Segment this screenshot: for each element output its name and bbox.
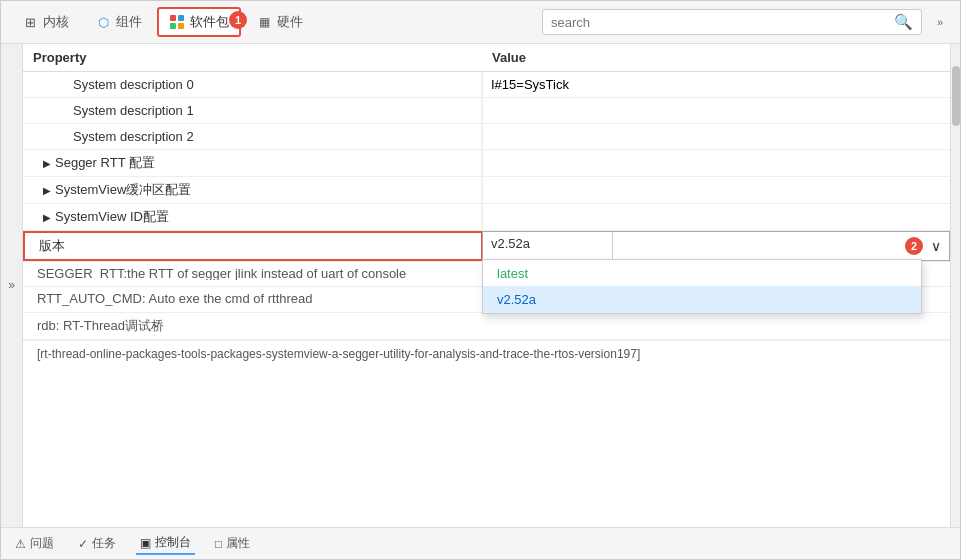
property-cell: System description 1 [23,98,482,123]
value-cell [482,150,950,176]
search-area: 🔍 [542,9,922,35]
expand-arrow-icon[interactable]: ▶ [43,212,51,223]
footer-text: [rt-thread-online-packages-tools-package… [23,340,950,367]
table-row: ▶ SystemView ID配置 [23,204,950,231]
version-value-cell: v2.52a 2 ∨ [482,231,950,261]
collapse-button[interactable]: » [930,12,950,32]
version-dropdown-trigger[interactable]: 2 ∨ [613,232,949,260]
property-label: System description 0 [73,77,194,92]
value-input[interactable] [491,77,942,92]
table-container: Property Value System description 0 [23,44,950,527]
value-input[interactable] [491,129,942,144]
property-cell-group: ▶ SystemView ID配置 [23,204,482,230]
value-cell [482,72,950,97]
version-input-container: v2.52a [483,232,613,260]
value-cell [482,98,950,123]
property-label: SystemView ID配置 [55,208,169,226]
property-label: System description 2 [73,129,194,144]
property-cell: System description 2 [23,124,482,149]
component-icon: ⬡ [95,14,111,30]
status-tab-issues[interactable]: ⚠ 问题 [11,533,58,554]
tab-kernel[interactable]: ⊞ 内核 [11,8,80,36]
status-tab-console-label: 控制台 [155,534,191,551]
search-icon[interactable]: 🔍 [894,13,913,31]
expand-arrow-icon[interactable]: ▶ [43,158,51,169]
warning-icon: ⚠ [15,537,26,551]
main-container: ⊞ 内核 ⬡ 组件 软件包 1 ▦ 硬件 🔍 » » [0,0,961,560]
chevron-down-icon: ∨ [931,238,941,254]
scrollbar-track[interactable] [950,44,960,527]
tab-component-label: 组件 [116,13,142,31]
version-label: 版本 [39,237,65,255]
task-icon: ✓ [78,537,88,551]
status-tab-issues-label: 问题 [30,535,54,552]
dropdown-item-v252a[interactable]: v2.52a [483,286,921,313]
status-tab-tasks[interactable]: ✓ 任务 [74,533,120,554]
console-icon: ▣ [140,536,151,550]
property-cell-group: ▶ Segger RTT 配置 [23,150,482,176]
status-bar: ⚠ 问题 ✓ 任务 ▣ 控制台 □ 属性 [1,527,960,559]
badge-number-2: 2 [905,237,923,255]
tab-component[interactable]: ⬡ 组件 [84,8,153,36]
software-icon [169,14,185,30]
tab-hardware-label: 硬件 [277,13,303,31]
tab-software[interactable]: 软件包 1 [157,7,241,37]
dropdown-item-latest[interactable]: latest [483,260,921,286]
table-header: Property Value [23,44,950,72]
value-cell [482,124,950,149]
version-row: 版本 v2.52a 2 ∨ latest v2.52 [23,231,950,262]
version-dropdown-popup: latest v2.52a [482,259,922,314]
property-label: SystemView缓冲区配置 [55,181,191,199]
property-label: Segger RTT 配置 [55,154,155,172]
table-body: System description 0 System description … [23,72,950,521]
status-tab-properties[interactable]: □ 属性 [211,533,254,554]
left-collapse-arrow[interactable]: » [1,44,23,527]
toolbar: ⊞ 内核 ⬡ 组件 软件包 1 ▦ 硬件 🔍 » [1,1,960,44]
value-cell [482,177,950,203]
scrollbar-thumb[interactable] [952,66,960,126]
badge-number-1: 1 [229,11,247,29]
status-tab-properties-label: 属性 [226,535,250,552]
table-row: System description 1 [23,98,950,124]
table-row: ▶ Segger RTT 配置 [23,150,950,177]
table-row: System description 2 [23,124,950,150]
value-input[interactable] [491,103,942,118]
content-area: » Property Value System description 0 [1,44,960,527]
status-tab-tasks-label: 任务 [92,535,116,552]
desc-text-2: rdb: RT-Thread调试桥 [23,313,950,339]
version-value: v2.52a [491,236,530,251]
column-property-header: Property [33,50,492,65]
property-cell-group: ▶ SystemView缓冲区配置 [23,177,482,203]
tab-software-label: 软件包 [190,13,229,31]
hardware-icon: ▦ [256,14,272,30]
expand-arrow-icon[interactable]: ▶ [43,185,51,196]
property-cell: System description 0 [23,72,482,97]
property-icon: □ [215,537,222,551]
tab-kernel-label: 内核 [43,13,69,31]
tab-hardware[interactable]: ▦ 硬件 [245,8,314,36]
kernel-icon: ⊞ [22,14,38,30]
desc-row-2: rdb: RT-Thread调试桥 [23,313,950,340]
property-label: System description 1 [73,103,194,118]
value-cell [482,204,950,230]
table-row: ▶ SystemView缓冲区配置 [23,177,950,204]
version-property-cell: 版本 [23,231,482,261]
column-value-header: Value [492,50,940,65]
search-input[interactable] [551,15,894,30]
status-tab-console[interactable]: ▣ 控制台 [136,532,195,555]
table-row: System description 0 [23,72,950,98]
